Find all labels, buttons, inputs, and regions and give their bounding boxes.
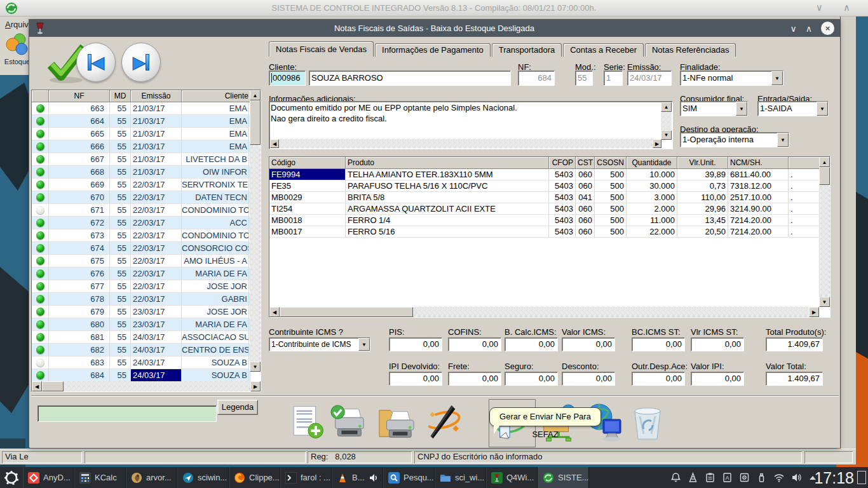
dialog-minimize-button[interactable]: ∨	[790, 24, 797, 34]
product-column-header[interactable]: NCM/SH.	[728, 157, 789, 169]
folder-print-button[interactable]	[376, 401, 417, 444]
scroll-up-arrow[interactable]: ▲	[819, 157, 830, 167]
scroll-right-arrow[interactable]: ▶	[653, 139, 661, 148]
scroll-left-arrow[interactable]: ◀	[270, 139, 279, 148]
nf-row[interactable]: 6805523/03/17MARIA DE FA	[32, 318, 251, 331]
clock[interactable]: 17:18	[814, 468, 854, 488]
scrollbar-thumb[interactable]	[819, 167, 830, 185]
product-column-header[interactable]: Produto	[346, 157, 549, 169]
nf-row[interactable]: 6685521/03/17OIW INFOR	[32, 166, 251, 179]
total-field[interactable]: 0,00	[448, 337, 501, 351]
nf-row[interactable]: 6775522/03/17JOSE JOR	[32, 280, 251, 293]
scrollbar-thumb[interactable]	[42, 381, 64, 391]
taskbar-app-pesqu[interactable]: Pesqu...	[383, 467, 435, 488]
tab-contas-a-receber[interactable]: Contas a Receber	[563, 43, 644, 57]
cliente-name-field[interactable]: SOUZA BARROSO	[309, 71, 511, 86]
scroll-down-arrow[interactable]: ▼	[250, 362, 261, 372]
scroll-right-arrow[interactable]: ▶	[250, 381, 261, 391]
legenda-button[interactable]: Legenda	[217, 400, 258, 415]
taskbar-app-arvor[interactable]: arvor...	[126, 467, 177, 488]
usb-icon[interactable]	[756, 472, 767, 483]
entrada-saida-dropdown[interactable]: 1-SAIDA▼	[757, 101, 829, 116]
total-field[interactable]: 0,00	[632, 372, 685, 386]
product-column-header[interactable]: CSOSN	[595, 157, 627, 169]
cliente-code-field[interactable]: 000986	[269, 71, 306, 86]
nf-row[interactable]: 6825524/03/17CENTRO DE ENS	[32, 344, 251, 356]
nf-field[interactable]: 684	[518, 71, 555, 86]
taskbar-app-sciwi[interactable]: sci_wi...	[435, 467, 486, 488]
nf-row[interactable]: 6725522/03/17ACC	[32, 217, 251, 229]
taskbar-app-farol[interactable]: farol : ...	[280, 467, 332, 488]
nf-column-header[interactable]: Emissão	[131, 90, 182, 102]
nf-column-header[interactable]: Cliente	[182, 90, 251, 102]
taskbar-app-siste[interactable]: SISTE...	[538, 467, 589, 488]
destino-operacao-dropdown[interactable]: 1-Operação interna▼	[680, 132, 789, 147]
total-field[interactable]: 0,00	[562, 337, 615, 351]
scroll-up-arrow[interactable]: ▲	[661, 102, 672, 112]
tab-notas-refer-nciadas[interactable]: Notas Referênciadas	[645, 43, 736, 57]
nf-row[interactable]: 6645521/03/17EMA	[32, 115, 251, 128]
outer-window-controls[interactable]: ∨ ∧	[816, 2, 859, 13]
product-column-header[interactable]: Código	[269, 157, 346, 169]
nf-row[interactable]: 6745522/03/17CONSORCIO COST	[32, 242, 251, 255]
nf-row[interactable]: 6705522/03/17DATEN TECN	[32, 191, 251, 204]
product-row[interactable]: FE9994TELHA AMIANTO ETER.183X110 5MM5403…	[269, 169, 820, 180]
nf-row[interactable]: 6675521/03/17LIVETECH DA B	[32, 153, 251, 166]
info-vscrollbar[interactable]: ▲ ▼	[661, 102, 672, 140]
scrollbar-thumb[interactable]	[280, 307, 413, 317]
cone-icon[interactable]	[688, 472, 698, 483]
product-hscrollbar[interactable]: ◀ ▶	[269, 307, 819, 317]
scroll-left-arrow[interactable]: ◀	[269, 307, 280, 317]
emissao-field[interactable]: 24/03/17	[627, 71, 672, 86]
scroll-down-arrow[interactable]: ▼	[661, 130, 672, 140]
serie-field[interactable]: 1	[604, 71, 623, 86]
speaker-icon[interactable]	[791, 472, 802, 483]
nf-row[interactable]: 6795523/03/17JOSE JOR	[32, 306, 251, 318]
nf-row[interactable]: 6845524/03/17SOUZA B	[32, 369, 251, 382]
total-field[interactable]: 0,00	[448, 372, 501, 386]
taskbar-app-b[interactable]: B...	[332, 467, 383, 488]
total-field[interactable]: 1.409,67	[766, 372, 823, 386]
nf-row[interactable]: 6695522/03/17SERVTRONIX TE	[32, 179, 251, 191]
total-field[interactable]: 0,00	[632, 337, 685, 351]
product-column-header[interactable]: Quantidade	[627, 157, 677, 169]
tab-transportadora[interactable]: Transportadora	[492, 43, 562, 57]
nf-list-hscrollbar[interactable]: ◀ ▶	[32, 381, 261, 391]
gear-box-icon[interactable]	[739, 472, 750, 483]
nf-row[interactable]: 6735522/03/17CONDOMINIO TO	[32, 229, 251, 242]
total-field[interactable]: 0,00	[389, 337, 442, 351]
scroll-left-arrow[interactable]: ◀	[32, 381, 42, 391]
new-document-button[interactable]	[287, 401, 328, 444]
product-vscrollbar[interactable]: ▲ ▼	[819, 157, 830, 307]
total-field[interactable]: 0,00	[505, 337, 558, 351]
total-field[interactable]: 0,00	[562, 372, 615, 386]
total-field[interactable]: 1.409,67	[766, 337, 823, 351]
product-column-header[interactable]: CST	[576, 157, 595, 169]
total-field[interactable]: 0,00	[505, 372, 558, 386]
scroll-down-arrow[interactable]: ▼	[819, 297, 830, 307]
start-menu-button[interactable]	[0, 467, 23, 488]
tab-notas-fiscais-de-vendas[interactable]: Notas Fiscais de Vendas	[269, 41, 374, 57]
taskbar-app-kcalc[interactable]: KCalc	[74, 467, 126, 488]
bell-icon[interactable]	[670, 472, 681, 483]
product-column-header[interactable]	[789, 157, 820, 169]
nf-row[interactable]: 6715522/03/17CONDOMINIO TO	[32, 204, 251, 217]
nf-list-vscrollbar[interactable]: ▲ ▼	[250, 90, 261, 372]
mod-field[interactable]: 55	[575, 71, 593, 86]
clipboard-icon[interactable]	[705, 472, 715, 483]
nf-row[interactable]: 6785522/03/17GABRI	[32, 293, 251, 306]
product-row[interactable]: FE35PARAFUSO TELHA 5/16 X 110C/PVC540306…	[269, 180, 820, 192]
dialog-close-button[interactable]: ×	[821, 22, 834, 35]
nf-emissao-cell[interactable]: 24/03/17	[131, 369, 182, 382]
scroll-right-arrow[interactable]: ▶	[809, 307, 819, 317]
product-row[interactable]: MB0018FERRO 1/4540306050011.00013,457214…	[269, 215, 820, 226]
taskbar-app-sciwin[interactable]: sciwin...	[177, 467, 229, 488]
nf-row[interactable]: 6815524/03/17ASSOCIACAO SU	[32, 331, 251, 344]
tab-informa-es-de-pagamento[interactable]: Informações de Pagamento	[375, 43, 491, 57]
recycle-bin-button[interactable]	[627, 401, 668, 444]
print-approved-button[interactable]	[329, 401, 369, 444]
total-field[interactable]: 0,00	[691, 337, 744, 351]
contribuinte-icms-dropdown[interactable]: 1-Contribuinte de ICMS▼	[269, 337, 370, 351]
product-row[interactable]: TI254ARGAMASSA QUARTZOLIT ACII EXTE54030…	[269, 203, 820, 215]
nf-column-header[interactable]: NF	[49, 90, 110, 102]
